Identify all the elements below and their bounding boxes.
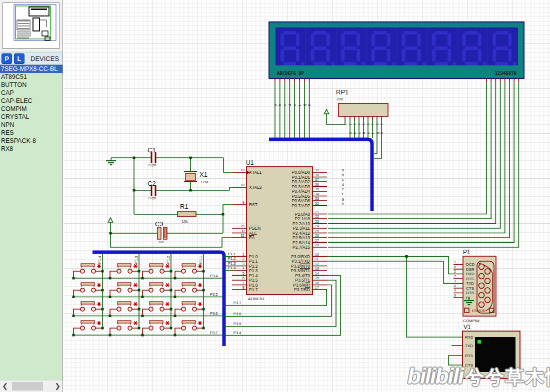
keypad-button[interactable]	[110, 264, 139, 278]
wire[interactable]	[230, 187, 232, 190]
junction-dot	[222, 213, 224, 216]
button-actuator-icon	[166, 265, 169, 268]
pin-name: DTR	[466, 291, 474, 295]
pin-name: P1.3	[249, 268, 258, 273]
keypad-button[interactable]	[110, 283, 139, 297]
keypad-button[interactable]	[142, 264, 171, 278]
wire[interactable]	[327, 257, 454, 274]
device-item-rx8[interactable]: RX8	[0, 145, 62, 153]
wire[interactable]	[224, 158, 232, 172]
pin-number: 26	[315, 234, 319, 237]
net-label: P1.3	[228, 261, 236, 266]
serial-wires[interactable]	[327, 255, 463, 337]
device-item-at89c51[interactable]: AT89C51	[0, 73, 62, 81]
library-button[interactable]: L	[14, 53, 24, 64]
pin-number: 38	[315, 173, 319, 177]
wire[interactable]	[328, 82, 491, 219]
schematic-canvas[interactable]: ABCDEFG DP12345678abcdefghRP120012a3b4c5…	[64, 0, 550, 392]
keypad-button[interactable]	[175, 302, 204, 316]
junction-dot	[138, 327, 140, 330]
pin-number: 1	[242, 253, 244, 256]
keypad-button[interactable]	[142, 321, 171, 335]
pin-number: 4	[358, 123, 361, 125]
pin-number: 9	[380, 123, 384, 125]
pin-name: P2.5/A13	[292, 235, 310, 240]
pin-number: 3	[242, 262, 244, 266]
seven-seg-display[interactable]: ABCDEFG DP12345678	[269, 22, 524, 78]
device-list: 7SEG-MPX8-CC-BLAT89C51BUTTONCAPCAP-ELECC…	[0, 65, 62, 381]
pin-number: 14	[315, 272, 319, 275]
keypad-button[interactable]	[142, 283, 171, 297]
rp1-value: 200	[336, 97, 344, 101]
button-actuator-icon	[166, 284, 169, 287]
keypad-row-label: P3.5	[210, 292, 218, 297]
terminal-ref: V1	[464, 324, 471, 331]
junction-dot	[202, 270, 205, 273]
scroll-left-arrow[interactable]: ❮	[0, 381, 10, 392]
wire[interactable]	[223, 205, 232, 214]
device-item-compim[interactable]: COMPIM	[0, 105, 62, 113]
pin-name: P0.2/AD2	[292, 179, 310, 184]
keypad-button[interactable]	[110, 321, 139, 335]
device-item-7seg-mpx8-cc-bl[interactable]: 7SEG-MPX8-CC-BL	[0, 65, 62, 73]
junction-dot	[72, 315, 75, 317]
pick-devices-button[interactable]: P	[2, 53, 12, 64]
clock-reset-circuit[interactable]: C122pfC222pfX112MR110kC31uF	[106, 146, 232, 247]
respack-rp1[interactable]: RP120012a3b4c5d6e7f8g9h	[324, 88, 388, 158]
junction-dot	[142, 277, 144, 280]
keypad-button[interactable]	[74, 283, 102, 297]
wire[interactable]	[110, 222, 232, 247]
c1-value: 22pf	[148, 163, 156, 167]
keypad-button[interactable]	[74, 321, 102, 335]
device-item-npn[interactable]: NPN	[0, 121, 62, 129]
wire[interactable]	[374, 120, 382, 158]
c3-ref: C3	[155, 220, 164, 228]
button-actuator-icon	[134, 284, 137, 287]
r1-value: 10k	[182, 219, 188, 224]
pin-number: 8	[454, 284, 456, 288]
pin-number: 4	[242, 267, 244, 270]
schematic-preview[interactable]	[0, 0, 62, 51]
device-item-respack-8[interactable]: RESPACK-8	[0, 137, 62, 145]
net-label: g	[342, 197, 344, 201]
keypad-button[interactable]	[74, 264, 102, 278]
net-label: h	[342, 202, 344, 205]
net-label: P3.4	[234, 331, 241, 335]
device-item-cap[interactable]: CAP	[0, 89, 62, 97]
x1-value: 12M	[200, 180, 208, 184]
device-item-crystal[interactable]: CRYSTAL	[0, 113, 62, 121]
device-item-button[interactable]: BUTTON	[0, 81, 62, 89]
wire[interactable]	[448, 356, 463, 365]
scrollbar-thumb[interactable]	[12, 382, 43, 391]
keypad-button[interactable]	[142, 302, 171, 316]
keypad-button[interactable]	[74, 302, 102, 316]
scroll-right-arrow[interactable]: ❯	[52, 381, 62, 392]
junction-dot	[109, 334, 112, 337]
device-item-cap-elec[interactable]: CAP-ELEC	[0, 97, 62, 105]
mcu-ref: U1	[246, 159, 254, 166]
pin-name: P1.0	[249, 254, 258, 259]
junction-dot	[170, 308, 172, 311]
wire[interactable]	[327, 261, 454, 284]
virtual-terminal-v1[interactable]: V1RXDTXDRTSCTS	[448, 324, 520, 379]
x1-ref: X1	[200, 171, 208, 178]
button-actuator-icon	[199, 322, 202, 325]
net-label: d	[342, 183, 344, 186]
net-label: c	[358, 132, 361, 134]
device-item-res[interactable]: RES	[0, 129, 62, 137]
keypad-button[interactable]	[175, 264, 204, 278]
power-arrow	[324, 109, 329, 114]
keypad-button[interactable]	[175, 283, 204, 297]
junction-dot	[133, 157, 136, 159]
pin-name: RTS	[465, 354, 473, 358]
keypad-button[interactable]	[175, 321, 204, 335]
net-label: g	[376, 132, 380, 134]
net-label: c	[283, 104, 286, 106]
keypad-button[interactable]	[110, 302, 139, 316]
keypad-matrix[interactable]: P1.4P1.3P1.2P1.1P3.4P3.5P3.6P3.7	[72, 253, 224, 337]
pin-number: 10	[315, 253, 319, 256]
wire[interactable]	[328, 82, 486, 214]
junction-dot	[174, 296, 176, 298]
compim-part: COMPIM	[463, 319, 480, 323]
compim-p1[interactable]: P1COMPIM1DCD6DSR2RXD7RTS3TXD8CTS4DTR9RIE…	[454, 249, 496, 323]
